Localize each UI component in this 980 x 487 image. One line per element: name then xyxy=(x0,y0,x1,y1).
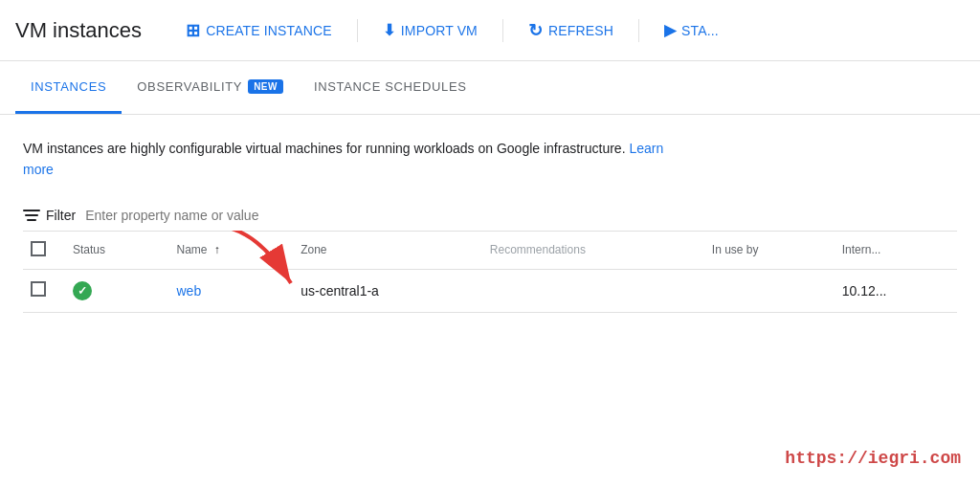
td-in-use-by xyxy=(701,269,831,312)
tab-observability-label: OBSERVABILITY xyxy=(137,79,242,94)
tab-instances-label: INSTANCES xyxy=(31,79,106,94)
th-zone: Zone xyxy=(289,231,479,269)
td-checkbox xyxy=(23,269,61,312)
refresh-label: REFRESH xyxy=(548,23,613,38)
start-icon: ▶ xyxy=(664,21,676,39)
import-vm-button[interactable]: ⬇ IMPORT VM xyxy=(369,13,491,47)
th-internal-ip: Intern... xyxy=(831,231,957,269)
td-internal-ip: 10.12... xyxy=(831,269,957,312)
table-row: ✓ web us-central1-a 10.12... xyxy=(23,269,957,312)
refresh-button[interactable]: ↻ REFRESH xyxy=(515,12,627,49)
th-in-use-by: In use by xyxy=(701,231,831,269)
toolbar: VM instances ⊞ CREATE INSTANCE ⬇ IMPORT … xyxy=(0,0,980,61)
td-name: web xyxy=(166,269,290,312)
td-status: ✓ xyxy=(61,269,166,312)
filter-icon[interactable] xyxy=(23,210,40,221)
tab-instance-schedules[interactable]: INSTANCE SCHEDULES xyxy=(299,61,482,114)
tab-instances[interactable]: INSTANCES xyxy=(15,61,122,114)
create-instance-button[interactable]: ⊞ CREATE INSTANCE xyxy=(172,12,345,49)
instances-table: Status Name ↑ Zone Recommendations In us… xyxy=(23,231,957,313)
refresh-icon: ↻ xyxy=(528,20,543,41)
filter-icon-wrap: Filter xyxy=(23,208,76,223)
table-header-row: Status Name ↑ Zone Recommendations In us… xyxy=(23,231,957,269)
th-checkbox xyxy=(23,231,61,269)
th-status: Status xyxy=(61,231,166,269)
status-running-icon: ✓ xyxy=(73,281,92,300)
table-wrap: Status Name ↑ Zone Recommendations In us… xyxy=(23,231,957,313)
th-recommendations: Recommendations xyxy=(479,231,701,269)
tab-instance-schedules-label: INSTANCE SCHEDULES xyxy=(314,79,467,94)
filter-input[interactable] xyxy=(85,208,468,223)
tab-observability-badge: NEW xyxy=(248,79,283,94)
tab-observability[interactable]: OBSERVABILITY NEW xyxy=(122,61,299,114)
create-instance-label: CREATE INSTANCE xyxy=(206,23,331,38)
row-checkbox[interactable] xyxy=(31,281,46,297)
import-vm-icon: ⬇ xyxy=(383,21,395,39)
start-label: STA... xyxy=(681,23,719,38)
instance-name-link[interactable]: web xyxy=(177,283,202,299)
toolbar-divider-2 xyxy=(502,19,503,42)
td-zone: us-central1-a xyxy=(289,269,479,312)
tabs-container: INSTANCES OBSERVABILITY NEW INSTANCE SCH… xyxy=(0,61,980,115)
page-title: VM instances xyxy=(15,18,142,43)
filter-bar: Filter xyxy=(23,200,957,231)
toolbar-divider-3 xyxy=(638,19,639,42)
sort-icon-name: ↑ xyxy=(214,243,220,256)
select-all-checkbox[interactable] xyxy=(31,241,46,256)
content-area: VM instances are highly configurable vir… xyxy=(0,115,980,328)
filter-label: Filter xyxy=(46,208,76,223)
th-name[interactable]: Name ↑ xyxy=(166,231,290,269)
toolbar-divider-1 xyxy=(357,19,358,42)
td-recommendations xyxy=(479,269,701,312)
description-text: VM instances are highly configurable vir… xyxy=(23,138,693,181)
start-button[interactable]: ▶ STA... xyxy=(651,13,732,47)
import-vm-label: IMPORT VM xyxy=(401,23,478,38)
create-instance-icon: ⊞ xyxy=(186,20,200,41)
